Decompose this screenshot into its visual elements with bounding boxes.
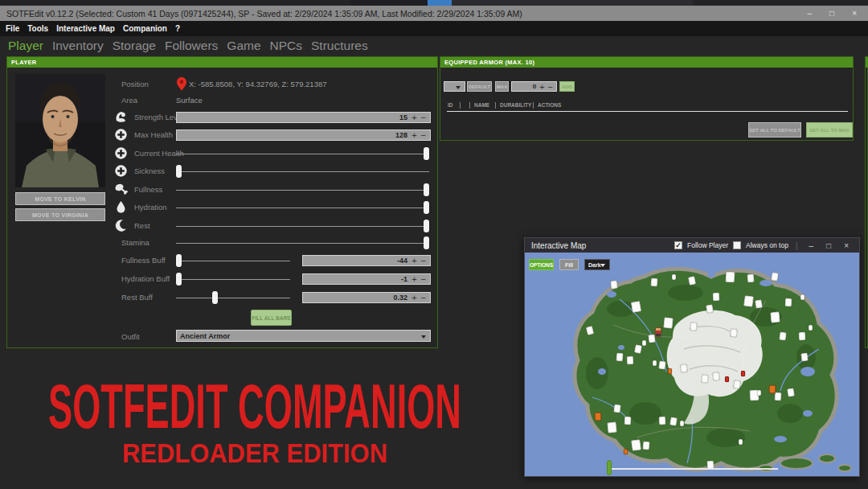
map-marker-poi[interactable] [771,272,779,281]
max-health-spinner[interactable]: 128 + − [176,129,431,141]
map-marker-poi[interactable] [610,280,617,289]
minus-icon[interactable]: − [548,82,553,92]
slider-thumb[interactable] [176,165,182,178]
map-marker-poi[interactable] [743,295,754,306]
map-marker-poi[interactable] [747,274,754,283]
tab-structures[interactable]: Structures [311,39,368,53]
map-marker-poi[interactable] [712,372,719,381]
map-marker-poi[interactable] [770,311,780,323]
map-marker-poi[interactable] [757,390,761,396]
set-all-to-default-button[interactable]: SET ALL TO DEFAULT [748,122,801,138]
fullness-buff-spinner[interactable]: -44 + − [302,255,431,266]
map-marker-poi[interactable] [672,274,676,280]
map-marker-red[interactable] [741,371,745,376]
map-canvas[interactable] [525,253,859,476]
map-marker-poi[interactable] [659,417,666,425]
map-marker-poi[interactable] [613,404,620,413]
hydration-buff-slider[interactable] [176,278,290,281]
map-marker-poi[interactable] [690,323,698,331]
menu-item-companion[interactable]: Companion [123,24,167,33]
minimize-button[interactable]: – [808,6,813,21]
tab-player[interactable]: Player [8,39,43,53]
map-marker-orange[interactable] [595,413,601,421]
tab-followers[interactable]: Followers [165,39,218,53]
map-marker-poi[interactable] [799,332,806,341]
minus-icon[interactable]: − [421,293,426,302]
map-marker-poi[interactable] [642,340,646,346]
map-marker-poi[interactable] [642,442,649,450]
map-pin-icon[interactable] [176,77,187,91]
map-marker-poi[interactable] [663,317,673,328]
map-marker-poi[interactable] [680,421,684,426]
map-marker-poi[interactable] [631,439,641,450]
menu-item-help[interactable]: ? [175,24,180,33]
map-fill-button[interactable]: Fill [559,259,579,270]
map-marker-poi[interactable] [650,278,657,287]
map-close-button[interactable]: × [840,241,853,250]
map-marker-poi[interactable] [616,353,623,362]
rest-buff-spinner[interactable]: 0.32 + − [302,292,431,303]
slider-thumb[interactable] [176,254,182,267]
tab-npcs[interactable]: NPCs [270,39,302,53]
map-marker-poi[interactable] [658,360,665,369]
armor-amount-spinner[interactable]: 0 + − [511,81,557,92]
slider-thumb[interactable] [424,236,429,249]
stamina-slider[interactable] [176,242,429,244]
fullness-buff-slider[interactable] [176,260,290,262]
armor-item-dropdown[interactable] [444,81,465,92]
map-marker-poi[interactable] [785,298,792,307]
fill-all-bars-button[interactable]: FILL ALL BARS [251,310,292,326]
slider-thumb[interactable] [424,183,429,196]
armor-max-button[interactable]: MAX [495,81,509,92]
plus-icon[interactable]: + [411,274,416,284]
map-marker-poi[interactable] [800,352,808,361]
menu-item-file[interactable]: File [6,24,19,33]
map-marker-poi[interactable] [706,304,714,313]
map-marker-poi[interactable] [739,439,743,445]
map-marker-poi[interactable] [725,271,735,282]
fullness-slider[interactable] [176,189,429,191]
minus-icon[interactable]: − [421,113,426,122]
hydration-buff-spinner[interactable]: -1 + − [302,273,431,285]
follow-player-checkbox[interactable]: ✓ [674,241,682,249]
map-options-button[interactable]: OPTIONS [529,259,554,270]
map-marker-poi[interactable] [787,388,795,397]
map-marker-poi[interactable] [779,331,786,340]
slider-thumb[interactable] [424,201,429,214]
map-style-dropdown[interactable]: Dark [584,259,610,270]
minus-icon[interactable]: − [421,256,426,265]
menu-item-interactive-map[interactable]: Interactive Map [56,24,115,33]
close-button[interactable]: × [852,6,857,21]
map-marker-poi[interactable] [730,328,737,337]
map-marker-poi[interactable] [607,421,616,433]
hydration-slider[interactable] [176,207,429,209]
map-marker-poi[interactable] [800,294,805,300]
map-zoom-thumb[interactable] [607,460,612,475]
map-marker-poi[interactable] [713,293,720,302]
minus-icon[interactable]: − [421,130,426,140]
sickness-slider[interactable] [176,171,429,173]
plus-icon[interactable]: + [539,82,544,92]
maximize-button[interactable]: □ [829,6,834,21]
armor-default-button[interactable]: DEFAULT [467,81,492,92]
map-marker-orange[interactable] [668,368,672,374]
minus-icon[interactable]: − [421,274,426,284]
plus-icon[interactable]: + [411,113,416,122]
map-zoom-track[interactable] [612,468,778,470]
plus-icon[interactable]: + [411,293,416,302]
rest-slider[interactable] [176,225,429,228]
map-marker-poi[interactable] [702,375,709,384]
map-marker-poi[interactable] [809,325,813,331]
map-marker-poi[interactable] [733,380,741,388]
plus-icon[interactable]: + [411,256,416,265]
rest-buff-slider[interactable] [176,297,290,299]
map-marker-poi[interactable] [653,360,657,366]
map-minimize-button[interactable]: – [805,241,818,250]
map-marker-orange[interactable] [624,449,628,454]
map-maximize-button[interactable]: □ [822,241,835,250]
tab-game[interactable]: Game [227,39,260,53]
map-marker-player[interactable] [655,327,661,337]
menu-item-tools[interactable]: Tools [27,24,48,33]
slider-thumb[interactable] [212,291,218,304]
map-marker-orange[interactable] [769,385,776,393]
